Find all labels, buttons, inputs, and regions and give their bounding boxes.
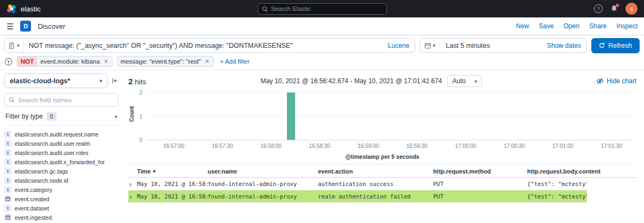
chevron-down-icon: ▾	[99, 78, 102, 84]
global-search-input[interactable]	[271, 5, 383, 12]
field-list: telasticsearch.audit.request.name telast…	[4, 131, 118, 221]
global-search[interactable]	[258, 3, 387, 15]
field-list-item[interactable]: telasticsearch.audit.user.roles	[4, 149, 118, 156]
expand-row-icon[interactable]: ›	[128, 181, 137, 188]
date-picker-group: ▾ Last 5 minutes Show dates	[420, 38, 587, 53]
cell-http-request-method: PUT	[433, 181, 527, 187]
column-header-time[interactable]: Time▾	[137, 168, 208, 175]
field-list-item[interactable]: telasticsearch.audit.user.realm	[4, 140, 118, 147]
field-list-item[interactable]: event.ingested	[4, 214, 118, 221]
field-list-item[interactable]: event.created	[4, 195, 118, 202]
collapse-sidebar-icon[interactable]	[111, 77, 118, 84]
string-field-icon: t	[4, 158, 11, 165]
string-field-icon: t	[4, 131, 11, 138]
field-name: event.dataset	[15, 205, 49, 212]
documents-table: Time▾ user.name event.action http.reques…	[128, 164, 636, 203]
chevron-down-icon: ▾	[433, 42, 435, 48]
x-axis-tick-label: 16:57:00	[163, 143, 184, 149]
quick-select-button[interactable]: ▾	[420, 39, 440, 52]
hide-chart-button[interactable]: Hide chart	[596, 77, 636, 85]
x-axis-tick-label: 16:59:00	[358, 143, 379, 149]
cell-time: May 10, 2021 @ 16:58:13.932	[137, 193, 208, 200]
cell-http-request-method: PUT	[433, 193, 527, 200]
field-list-item[interactable]: telasticsearch.audit.x_forwarded_for	[4, 158, 118, 165]
menu-icon[interactable]: ☰	[7, 22, 14, 30]
x-axis-tick-label: 17:00:30	[504, 143, 525, 149]
refresh-icon	[599, 42, 605, 48]
string-field-icon: t	[4, 140, 11, 147]
table-row: › May 10, 2021 @ 16:58:14.026 found-inte…	[128, 178, 587, 190]
filter-icon[interactable]	[4, 58, 12, 66]
x-axis-title: @timestamp per 5 seconds	[345, 153, 419, 160]
elastic-logo-icon	[7, 4, 17, 14]
help-icon[interactable]: ?	[594, 4, 603, 13]
query-language-button[interactable]: Lucene	[383, 42, 415, 49]
refresh-button[interactable]: Refresh	[591, 38, 640, 53]
filter-pill[interactable]: message: "event.type": "rest" ×	[117, 56, 214, 67]
filter-pill-negated[interactable]: NOT event.module: kibana ×	[17, 56, 112, 67]
avatar-initial: s	[630, 5, 633, 12]
filter-by-type[interactable]: Filter by type 0 ▾	[4, 111, 118, 126]
query-input[interactable]	[24, 42, 383, 49]
add-filter-button[interactable]: + Add filter	[220, 58, 250, 65]
user-avatar[interactable]: s	[626, 3, 637, 15]
column-header-event-action[interactable]: event.action	[318, 168, 433, 175]
interval-select[interactable]: Auto ▾	[447, 75, 482, 87]
x-axis-tick-label: 16:57:30	[212, 143, 233, 149]
saved-query-menu-button[interactable]: ▾	[5, 39, 24, 52]
gridline	[146, 92, 632, 93]
cell-http-request-body-content: {"test": "mctesty"}	[527, 181, 587, 187]
x-axis-tick-label: 17:00:00	[455, 143, 476, 149]
filter-pill-label: event.module: kibana	[37, 58, 103, 65]
string-field-icon: t	[4, 149, 11, 156]
y-axis-title: Count	[129, 106, 135, 122]
string-field-icon: t	[4, 186, 11, 193]
discover-main: 2 hits May 10, 2021 @ 16:56:42.674 - May…	[123, 70, 644, 223]
index-pattern-select[interactable]: elastic-cloud-logs* ▾	[4, 73, 108, 88]
histogram-chart: Count 2 1 0 16:57:0016:57:3016:58:0016:5…	[128, 90, 636, 160]
column-header-http-request-method[interactable]: http.request.method	[433, 168, 527, 175]
chart-time-range: May 10, 2021 @ 16:56:42.674 - May 10, 20…	[260, 77, 442, 85]
elastic-brand[interactable]: elastic	[7, 4, 41, 14]
notifications-button[interactable]	[610, 5, 618, 13]
field-name: elasticsearch.audit.user.roles	[15, 150, 88, 156]
inspect-button[interactable]: Inspect	[616, 22, 637, 30]
field-list-item[interactable]: tevent.dataset	[4, 205, 118, 212]
histogram-bar[interactable]	[287, 92, 295, 140]
cell-user-name: found-internal-admin-proxy	[208, 193, 318, 200]
string-field-icon: t	[4, 177, 11, 184]
close-icon[interactable]: ×	[103, 58, 112, 65]
open-button[interactable]: Open	[564, 22, 579, 30]
column-header-http-request-body-content[interactable]: http.request.body.content	[527, 168, 636, 175]
global-header: elastic ? s	[0, 0, 644, 17]
show-dates-button[interactable]: Show dates	[542, 42, 587, 49]
field-list-item[interactable]: telasticsearch.node.id	[4, 177, 118, 184]
query-input-group: ▾ Lucene	[4, 38, 415, 53]
breadcrumb[interactable]: Discover	[37, 22, 65, 30]
save-button[interactable]: Save	[539, 22, 554, 30]
brand-label: elastic	[21, 5, 41, 13]
calendar-icon	[4, 195, 11, 202]
field-list-item[interactable]: telasticsearch.gc.tags	[4, 168, 118, 175]
calendar-icon	[424, 42, 431, 49]
column-header-user-name[interactable]: user.name	[208, 168, 318, 175]
share-button[interactable]: Share	[589, 22, 607, 30]
field-list-item[interactable]: telasticsearch.audit.request.name	[4, 131, 118, 138]
field-search[interactable]	[4, 93, 118, 107]
field-list-item[interactable]: tevent.category	[4, 186, 118, 193]
table-row-highlighted: › May 10, 2021 @ 16:58:13.932 found-inte…	[128, 190, 587, 203]
field-search-input[interactable]	[18, 97, 114, 103]
calendar-icon	[4, 214, 11, 221]
expand-row-icon[interactable]: ›	[128, 193, 137, 200]
filter-by-type-label: Filter by type	[5, 113, 43, 120]
new-button[interactable]: New	[516, 22, 529, 30]
string-field-icon: t	[4, 205, 11, 212]
field-name: event.category	[15, 187, 52, 193]
cell-time: May 10, 2021 @ 16:58:14.026	[137, 181, 208, 187]
search-icon	[262, 6, 268, 12]
field-name: elasticsearch.gc.tags	[15, 168, 68, 175]
close-icon[interactable]: ×	[204, 58, 213, 65]
y-axis-tick-label: 2	[139, 90, 142, 96]
cell-event-action: authentication_success	[318, 181, 433, 187]
time-range-value[interactable]: Last 5 minutes	[440, 42, 541, 49]
